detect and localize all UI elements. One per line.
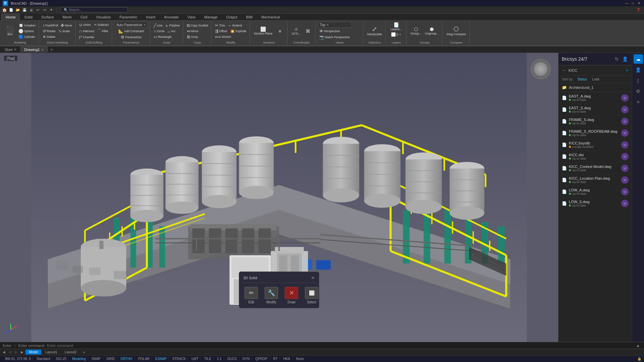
grid-status[interactable]: GRID xyxy=(104,357,117,361)
list-item[interactable]: 📄 LOW_A.dwg Up-to-date U xyxy=(558,186,632,198)
status-lock-icon[interactable]: 🔒 xyxy=(637,357,641,361)
panel-back-button[interactable]: ← xyxy=(562,68,567,73)
push-pull-button[interactable]: ↕ Push/Pull xyxy=(42,23,59,28)
qa-home-button[interactable]: 🏠 xyxy=(1,7,7,13)
right-icon-function[interactable]: ∫ xyxy=(634,76,643,85)
view-dropdown[interactable]: Top ▼ xyxy=(318,22,352,28)
tab-visualize[interactable]: Visualize xyxy=(92,14,115,20)
doc-tab-start[interactable]: Start ✕ xyxy=(1,47,20,52)
extend-button[interactable]: ↔ Extend xyxy=(227,23,243,28)
right-icon-properties[interactable]: ≡ xyxy=(634,97,643,107)
qa-open-button[interactable]: 📂 xyxy=(15,7,21,13)
help-button[interactable]: ❓ xyxy=(635,7,641,13)
section-plane-button[interactable]: ⬜ Section Plane xyxy=(253,26,274,36)
box-button[interactable]: ⬛ Box xyxy=(3,25,17,37)
bottom-nav-right2[interactable]: ▶ xyxy=(19,350,25,355)
tab-annotate[interactable]: Annotate xyxy=(160,14,183,20)
bottom-nav-left2[interactable]: ◁ xyxy=(7,350,13,355)
panel-user-button[interactable]: 👤 xyxy=(622,56,629,62)
close-button[interactable]: ✕ xyxy=(637,1,641,6)
viewport[interactable]: [Top] 3D Solid ✕ ✏ Edit 🔧 xyxy=(0,53,558,342)
union-button[interactable]: ∪ Union xyxy=(78,22,92,27)
circle-button[interactable]: ○ Circle xyxy=(153,28,165,34)
section-more-button[interactable]: ≡ xyxy=(274,28,285,34)
layout1-tab[interactable]: Layout1 xyxy=(42,350,61,355)
list-item[interactable]: 📄 KICC_Location Plan.dwg Up-to-date U xyxy=(558,174,632,186)
popup-select-action[interactable]: ⬜ Select xyxy=(302,286,321,305)
minimize-button[interactable]: — xyxy=(625,1,629,6)
copy-guided-button[interactable]: ⧉ Copy Guided xyxy=(186,23,209,28)
popup-select-icon-btn[interactable]: ⬜ xyxy=(305,287,318,299)
list-item[interactable]: 📄 LOW_S.dwg Up-to-date U xyxy=(558,198,632,209)
add-layout-button[interactable]: + xyxy=(80,349,87,356)
auto-parametrize-dropdown[interactable]: Auto Parametrize ▼ xyxy=(115,22,148,28)
qa-undo-button[interactable]: ↩ xyxy=(35,7,41,13)
tab-mesh[interactable]: Mesh xyxy=(58,14,76,20)
trim-button[interactable]: ✂ Trim xyxy=(214,23,226,28)
popup-edit-icon-btn[interactable]: ✏ xyxy=(245,287,258,299)
qa-redo-button[interactable]: ↪ xyxy=(42,7,48,13)
manipulate-button[interactable]: ⤢ Manipulate xyxy=(366,25,383,37)
rotate-button[interactable]: ↺ Rotate xyxy=(42,28,57,34)
command-expand-button[interactable]: ▲ xyxy=(635,343,641,348)
popup-edit-action[interactable]: ✏ Edit xyxy=(242,286,261,305)
tab-manage[interactable]: Manage xyxy=(200,14,222,20)
popup-draw-icon-btn[interactable]: ✕ xyxy=(285,287,298,299)
hka-status[interactable]: HKA xyxy=(281,357,292,361)
perspective-button[interactable]: 👁 Perspective xyxy=(318,28,341,34)
add-tab-button[interactable]: + xyxy=(48,46,55,53)
view-type-label[interactable]: [Top] xyxy=(4,56,17,61)
bottom-nav-right[interactable]: ▷ xyxy=(13,350,19,355)
fillet-button[interactable]: ⌒ Fillet xyxy=(96,28,109,34)
app-logo[interactable]: B xyxy=(3,1,8,6)
standard-status[interactable]: Standard xyxy=(35,357,53,361)
tab-view[interactable]: View xyxy=(183,14,200,20)
tab-mechanical[interactable]: Mechanical xyxy=(257,14,284,20)
chamfer-button[interactable]: ◸ Chamfer xyxy=(78,35,96,40)
strack-status[interactable]: STRACK xyxy=(170,357,189,361)
array-button[interactable]: ⊞ Array xyxy=(186,34,199,40)
explode-button[interactable]: 💥 Explode xyxy=(229,28,248,34)
mode-status[interactable]: Modeling xyxy=(70,357,88,361)
group-button[interactable]: ⬡ Group... xyxy=(409,26,423,36)
dyn-status[interactable]: DYN xyxy=(240,357,252,361)
parametrize-btn[interactable]: ⚙ Parametrize xyxy=(120,35,143,40)
creation-button[interactable]: 🔲 Creation xyxy=(17,23,37,28)
list-item[interactable]: 📄 KICC_Context Model.dwg Up-to-date U xyxy=(558,163,632,174)
scale-button[interactable]: ⤡ Scale xyxy=(57,28,71,34)
qa-new-button[interactable]: 📄 xyxy=(8,7,14,13)
list-item[interactable]: 📄 FRAME_S.dwg Up-to-date U xyxy=(558,116,632,127)
search-input[interactable]: 🔍 Search... xyxy=(61,7,128,12)
cylinder-button[interactable]: 🔵 Cylinder xyxy=(17,34,37,40)
sort-status-option[interactable]: Status xyxy=(576,77,588,81)
right-icon-settings[interactable]: ⚙ xyxy=(634,86,643,96)
popup-modify-action[interactable]: 🔧 Modify xyxy=(262,286,281,305)
ducs-status[interactable]: DUCS xyxy=(225,357,239,361)
sphere-button[interactable]: ⚪ Sphere xyxy=(17,28,37,34)
list-item[interactable]: 📄 EAST_A.dwg Up-to-date U xyxy=(558,92,632,104)
right-icon-user[interactable]: 👤 xyxy=(634,65,643,74)
offset-button[interactable]: ⇶ Offset xyxy=(214,28,228,34)
layers-button[interactable]: 📑 Layers... xyxy=(389,22,404,32)
tab-civil[interactable]: Civil xyxy=(76,14,92,20)
intersect-button[interactable]: ∩ Intersect xyxy=(78,28,95,34)
lwt-status[interactable]: LWT xyxy=(190,357,201,361)
maximize-button[interactable]: □ xyxy=(631,1,635,6)
esnap-status[interactable]: ESNAP xyxy=(153,357,169,361)
tab-parametric[interactable]: Parametric xyxy=(115,14,142,20)
coords-status[interactable]: 368.91, 272.98, 0 xyxy=(3,357,33,361)
none-status[interactable]: None xyxy=(294,357,306,361)
solid-popup-close-button[interactable]: ✕ xyxy=(311,275,315,281)
doc-tab-drawing1[interactable]: Drawing1 ✕ xyxy=(20,47,47,52)
ucs-more-button[interactable]: ⌘ xyxy=(303,28,313,34)
stretch-button[interactable]: ⟺ Stretch xyxy=(214,34,232,40)
ucs-button[interactable]: ⊹ UCS... xyxy=(290,26,302,36)
popup-draw-action[interactable]: ✕ Draw xyxy=(282,286,301,305)
move-button[interactable]: ✥ Move xyxy=(60,23,73,28)
rect-button[interactable]: ▭ Rectangle xyxy=(153,34,173,40)
arc-button[interactable]: ⌓ Arc xyxy=(166,28,177,34)
add-constraint-button[interactable]: 📐 Add Constraint xyxy=(117,28,145,34)
popup-modify-icon-btn[interactable]: 🔧 xyxy=(265,287,278,299)
panel-refresh-button[interactable]: ↻ xyxy=(614,56,620,62)
snap-status[interactable]: SNAP xyxy=(90,357,103,361)
